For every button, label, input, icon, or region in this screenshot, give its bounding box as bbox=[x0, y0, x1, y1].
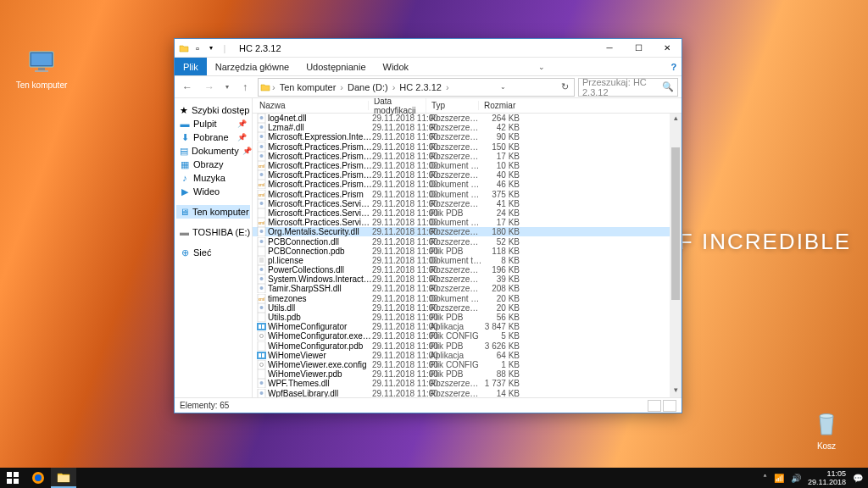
addr-dropdown-icon[interactable]: ⌄ bbox=[495, 83, 510, 91]
col-type[interactable]: Typ bbox=[426, 101, 479, 110]
taskbar-firefox[interactable] bbox=[25, 468, 51, 488]
file-size: 39 KB bbox=[482, 274, 520, 284]
tray-volume-icon[interactable]: 🔊 bbox=[791, 474, 801, 483]
nav-drive-toshiba[interactable]: ▬TOSHIBA (E:) bbox=[176, 225, 250, 239]
maximize-button[interactable]: ☐ bbox=[624, 39, 653, 58]
view-icons-button[interactable] bbox=[663, 400, 676, 412]
taskbar-clock[interactable]: 11:05 29.11.2018 bbox=[808, 469, 846, 486]
file-row[interactable]: WPF.Themes.dll29.11.2018 11:00Rozszerzen… bbox=[253, 379, 682, 388]
file-row[interactable]: WpfBaseLibrary.dll29.11.2018 11:00Rozsze… bbox=[253, 388, 682, 397]
qat-properties-icon[interactable]: ▫ bbox=[192, 42, 203, 54]
nav-network[interactable]: ⊕Sieć bbox=[176, 246, 250, 259]
file-date: 29.11.2018 11:00 bbox=[372, 114, 430, 123]
qat-dropdown-icon[interactable]: ▾ bbox=[205, 42, 217, 54]
file-row[interactable]: pl.license29.11.2018 11:00Dokument tekst… bbox=[253, 256, 682, 265]
nav-downloads[interactable]: ⬇Pobrane📌 bbox=[176, 130, 250, 144]
nav-back-button[interactable]: ← bbox=[178, 78, 197, 97]
file-size: 3 626 KB bbox=[482, 341, 520, 351]
svg-rect-3 bbox=[35, 70, 48, 72]
file-row[interactable]: WiHomeViewer.exe.config29.11.2018 11:00P… bbox=[253, 360, 682, 369]
tray-notifications-icon[interactable]: 💬 bbox=[853, 474, 863, 483]
breadcrumb-item[interactable]: Ten komputer bbox=[277, 82, 339, 92]
file-row[interactable]: Utils.dll29.11.2018 11:00Rozszerzenie ap… bbox=[253, 303, 682, 313]
svg-rect-49 bbox=[259, 324, 261, 329]
view-details-button[interactable] bbox=[648, 400, 661, 412]
file-row[interactable]: Microsoft.Practices.ServiceLocation.pdb2… bbox=[253, 208, 682, 218]
nav-up-button[interactable]: ↑ bbox=[236, 78, 254, 97]
nav-pictures[interactable]: ▦Obrazy bbox=[176, 158, 250, 171]
tab-view[interactable]: Widok bbox=[375, 58, 418, 75]
help-icon[interactable]: ? bbox=[666, 58, 682, 75]
file-row[interactable]: Microsoft.Practices.Prism.Interactivity.… bbox=[253, 152, 682, 161]
address-bar[interactable]: › Ten komputer › Dane (D:) › HC 2.3.12 ›… bbox=[258, 78, 575, 97]
search-input[interactable]: Przeszukaj: HC 2.3.12 🔍 bbox=[578, 78, 678, 97]
file-row[interactable]: xmlMicrosoft.Practices.Prism29.11.2018 1… bbox=[253, 190, 682, 199]
file-row[interactable]: Microsoft.Expression.Interactions.dll29.… bbox=[253, 132, 682, 141]
scroll-down-icon[interactable]: ▾ bbox=[670, 385, 682, 397]
vertical-scrollbar[interactable]: ▴ ▾ bbox=[670, 114, 682, 397]
file-row[interactable]: xmlMicrosoft.Practices.Prism.MefExtensio… bbox=[253, 180, 682, 189]
col-name[interactable]: Nazwa bbox=[253, 101, 369, 110]
file-row[interactable]: WiHomeConfigurator.pdb29.11.2018 11:00Pl… bbox=[253, 341, 682, 351]
desktop-icon-recycle-bin[interactable]: Kosz bbox=[793, 408, 860, 451]
file-row[interactable]: WiHomeConfigurator.exe.config29.11.2018 … bbox=[253, 331, 682, 341]
file-row[interactable]: Microsoft.Practices.Prism.dll29.11.2018 … bbox=[253, 142, 682, 152]
file-row[interactable]: PowerCollections.dll29.11.2018 11:00Rozs… bbox=[253, 265, 682, 274]
nav-this-pc[interactable]: 🖥Ten komputer bbox=[176, 205, 250, 219]
file-row[interactable]: log4net.dll29.11.2018 11:00Rozszerzenie … bbox=[253, 114, 682, 123]
close-button[interactable]: ✕ bbox=[653, 39, 682, 58]
file-row[interactable]: Utils.pdb29.11.2018 11:00Plik PDB56 KB bbox=[253, 313, 682, 322]
file-row[interactable]: WiHomeConfigurator29.11.2018 11:00Aplika… bbox=[253, 322, 682, 331]
file-row[interactable]: xmlMicrosoft.Practices.ServiceLocation29… bbox=[253, 218, 682, 227]
taskbar-explorer[interactable] bbox=[51, 468, 76, 488]
nav-videos[interactable]: ▶Wideo bbox=[176, 185, 250, 198]
file-row[interactable]: PCBConnection.pdb29.11.2018 11:00Plik PD… bbox=[253, 247, 682, 256]
refresh-icon[interactable]: ↻ bbox=[557, 81, 572, 92]
nav-documents[interactable]: ▤Dokumenty📌 bbox=[176, 144, 250, 158]
chevron-right-icon[interactable]: › bbox=[446, 82, 449, 92]
svg-point-12 bbox=[259, 145, 263, 148]
file-list[interactable]: log4net.dll29.11.2018 11:00Rozszerzenie … bbox=[253, 114, 682, 397]
tab-share[interactable]: Udostępnianie bbox=[298, 58, 374, 75]
file-row[interactable]: Microsoft.Practices.ServiceLocation.dll2… bbox=[253, 199, 682, 208]
desktop-icon-label: Kosz bbox=[793, 441, 860, 451]
tab-file[interactable]: Plik bbox=[175, 58, 207, 75]
ribbon-expand-icon[interactable]: ⌄ bbox=[536, 58, 548, 75]
file-row[interactable]: xmltimezones29.11.2018 11:00Dokument XML… bbox=[253, 294, 682, 303]
tray-chevron-up-icon[interactable]: ˄ bbox=[763, 474, 767, 483]
file-row[interactable]: PCBConnection.dll29.11.2018 11:00Rozszer… bbox=[253, 236, 682, 246]
file-type-icon: xml bbox=[256, 189, 266, 199]
file-date: 29.11.2018 11:00 bbox=[372, 284, 430, 293]
chevron-right-icon[interactable]: › bbox=[392, 82, 396, 92]
file-row[interactable]: WiHomeViewer.pdb29.11.2018 11:00Plik PDB… bbox=[253, 369, 682, 379]
file-row[interactable]: Lzma#.dll29.11.2018 11:00Rozszerzenie ap… bbox=[253, 123, 682, 132]
tab-home[interactable]: Narzędzia główne bbox=[207, 58, 298, 75]
file-name: Microsoft.Expression.Interactions.dll bbox=[268, 132, 372, 141]
nav-recent-dropdown[interactable]: ▾ bbox=[222, 78, 232, 97]
breadcrumb-item[interactable]: HC 2.3.12 bbox=[397, 82, 444, 92]
file-size: 90 KB bbox=[482, 132, 520, 141]
tray-network-icon[interactable]: 📶 bbox=[774, 474, 784, 483]
file-row[interactable]: Microsoft.Practices.Prism.MefExtensions.… bbox=[253, 170, 682, 180]
chevron-right-icon[interactable]: › bbox=[340, 82, 343, 92]
scroll-up-icon[interactable]: ▴ bbox=[670, 114, 682, 125]
nav-quick-access[interactable]: ★Szybki dostęp bbox=[176, 103, 250, 117]
titlebar[interactable]: ▫ ▾ | HC 2.3.12 ─ ☐ ✕ bbox=[175, 39, 682, 58]
file-row[interactable]: xmlMicrosoft.Practices.Prism.Interactivi… bbox=[253, 161, 682, 170]
start-button[interactable] bbox=[0, 468, 25, 488]
scroll-thumb[interactable] bbox=[671, 147, 680, 300]
minimize-button[interactable]: ─ bbox=[595, 39, 624, 58]
search-icon[interactable]: 🔍 bbox=[662, 81, 674, 92]
file-row[interactable]: WiHomeViewer29.11.2018 11:00Aplikacja64 … bbox=[253, 351, 682, 360]
col-size[interactable]: Rozmiar bbox=[479, 101, 516, 110]
nav-forward-button[interactable]: → bbox=[200, 78, 219, 97]
chevron-right-icon[interactable]: › bbox=[272, 82, 275, 92]
col-date[interactable]: Data modyfikacji bbox=[369, 98, 426, 115]
breadcrumb-item[interactable]: Dane (D:) bbox=[345, 82, 391, 92]
file-row[interactable]: Tamir.SharpSSH.dll29.11.2018 11:00Rozsze… bbox=[253, 284, 682, 293]
nav-music[interactable]: ♪Muzyka bbox=[176, 171, 250, 185]
desktop-icon-this-pc[interactable]: Ten komputer bbox=[8, 47, 75, 90]
file-row[interactable]: Org.Mentalis.Security.dll29.11.2018 11:0… bbox=[253, 227, 682, 236]
nav-desktop[interactable]: ▬Pulpit📌 bbox=[176, 117, 250, 130]
file-row[interactable]: System.Windows.Interactivity.dll29.11.20… bbox=[253, 274, 682, 284]
